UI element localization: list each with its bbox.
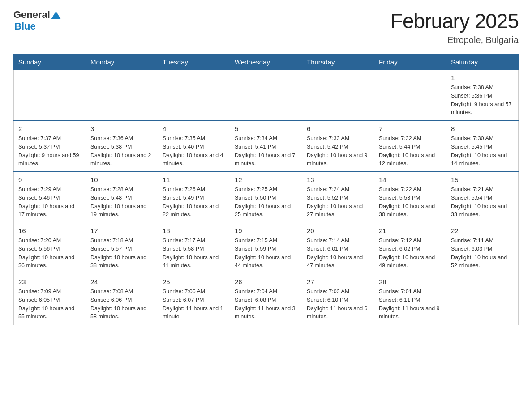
day-number: 24 bbox=[90, 278, 153, 286]
day-number: 7 bbox=[379, 125, 442, 133]
calendar-cell bbox=[446, 274, 519, 325]
day-number: 10 bbox=[90, 176, 153, 184]
svg-marker-0 bbox=[51, 11, 61, 19]
calendar-cell bbox=[14, 70, 86, 121]
calendar-cell: 20Sunrise: 7:14 AM Sunset: 6:01 PM Dayli… bbox=[302, 223, 374, 274]
day-info: Sunrise: 7:18 AM Sunset: 5:57 PM Dayligh… bbox=[90, 236, 153, 270]
day-number: 6 bbox=[307, 125, 369, 133]
day-info: Sunrise: 7:04 AM Sunset: 6:08 PM Dayligh… bbox=[235, 287, 297, 321]
day-info: Sunrise: 7:01 AM Sunset: 6:11 PM Dayligh… bbox=[379, 287, 442, 321]
logo-text-general: General bbox=[13, 9, 50, 21]
day-info: Sunrise: 7:33 AM Sunset: 5:42 PM Dayligh… bbox=[307, 134, 369, 168]
header-friday: Friday bbox=[374, 55, 446, 70]
day-info: Sunrise: 7:35 AM Sunset: 5:40 PM Dayligh… bbox=[163, 134, 225, 168]
day-number: 19 bbox=[235, 227, 297, 235]
calendar-week-row: 16Sunrise: 7:20 AM Sunset: 5:56 PM Dayli… bbox=[14, 223, 519, 274]
day-info: Sunrise: 7:37 AM Sunset: 5:37 PM Dayligh… bbox=[18, 134, 81, 168]
header-wednesday: Wednesday bbox=[230, 55, 302, 70]
day-info: Sunrise: 7:20 AM Sunset: 5:56 PM Dayligh… bbox=[18, 236, 81, 270]
calendar-cell bbox=[302, 70, 374, 121]
calendar-cell: 16Sunrise: 7:20 AM Sunset: 5:56 PM Dayli… bbox=[14, 223, 86, 274]
logo-text-blue: Blue bbox=[14, 21, 36, 32]
calendar-cell: 25Sunrise: 7:06 AM Sunset: 6:07 PM Dayli… bbox=[158, 274, 230, 325]
day-number: 21 bbox=[379, 227, 442, 235]
calendar-cell: 18Sunrise: 7:17 AM Sunset: 5:58 PM Dayli… bbox=[158, 223, 230, 274]
day-info: Sunrise: 7:25 AM Sunset: 5:50 PM Dayligh… bbox=[235, 185, 297, 219]
calendar-cell: 21Sunrise: 7:12 AM Sunset: 6:02 PM Dayli… bbox=[374, 223, 446, 274]
day-info: Sunrise: 7:34 AM Sunset: 5:41 PM Dayligh… bbox=[235, 134, 297, 168]
day-info: Sunrise: 7:12 AM Sunset: 6:02 PM Dayligh… bbox=[379, 236, 442, 270]
calendar-header-row: Sunday Monday Tuesday Wednesday Thursday… bbox=[14, 55, 519, 70]
day-number: 26 bbox=[235, 278, 297, 286]
location-title: Etropole, Bulgaria bbox=[390, 35, 519, 45]
day-info: Sunrise: 7:11 AM Sunset: 6:03 PM Dayligh… bbox=[451, 236, 514, 270]
day-info: Sunrise: 7:30 AM Sunset: 5:45 PM Dayligh… bbox=[451, 134, 514, 168]
title-block: February 2025 Etropole, Bulgaria bbox=[390, 9, 519, 45]
calendar-cell: 7Sunrise: 7:32 AM Sunset: 5:44 PM Daylig… bbox=[374, 121, 446, 172]
header-saturday: Saturday bbox=[446, 55, 519, 70]
day-info: Sunrise: 7:38 AM Sunset: 5:36 PM Dayligh… bbox=[451, 83, 514, 117]
day-info: Sunrise: 7:24 AM Sunset: 5:52 PM Dayligh… bbox=[307, 185, 369, 219]
calendar-table: Sunday Monday Tuesday Wednesday Thursday… bbox=[13, 54, 519, 325]
calendar-week-row: 23Sunrise: 7:09 AM Sunset: 6:05 PM Dayli… bbox=[14, 274, 519, 325]
day-number: 13 bbox=[307, 176, 369, 184]
calendar-cell: 8Sunrise: 7:30 AM Sunset: 5:45 PM Daylig… bbox=[446, 121, 519, 172]
day-number: 4 bbox=[163, 125, 225, 133]
day-info: Sunrise: 7:29 AM Sunset: 5:46 PM Dayligh… bbox=[18, 185, 81, 219]
header-tuesday: Tuesday bbox=[158, 55, 230, 70]
day-info: Sunrise: 7:08 AM Sunset: 6:06 PM Dayligh… bbox=[90, 287, 153, 321]
calendar-cell: 11Sunrise: 7:26 AM Sunset: 5:49 PM Dayli… bbox=[158, 172, 230, 223]
day-number: 22 bbox=[451, 227, 514, 235]
header-monday: Monday bbox=[86, 55, 158, 70]
day-number: 27 bbox=[307, 278, 369, 286]
day-info: Sunrise: 7:28 AM Sunset: 5:48 PM Dayligh… bbox=[90, 185, 153, 219]
calendar-cell: 4Sunrise: 7:35 AM Sunset: 5:40 PM Daylig… bbox=[158, 121, 230, 172]
calendar-cell bbox=[158, 70, 230, 121]
day-number: 1 bbox=[451, 74, 514, 81]
day-info: Sunrise: 7:26 AM Sunset: 5:49 PM Dayligh… bbox=[163, 185, 225, 219]
calendar-cell: 19Sunrise: 7:15 AM Sunset: 5:59 PM Dayli… bbox=[230, 223, 302, 274]
day-number: 15 bbox=[451, 176, 514, 184]
day-info: Sunrise: 7:06 AM Sunset: 6:07 PM Dayligh… bbox=[163, 287, 225, 321]
calendar-cell: 26Sunrise: 7:04 AM Sunset: 6:08 PM Dayli… bbox=[230, 274, 302, 325]
calendar-cell: 1Sunrise: 7:38 AM Sunset: 5:36 PM Daylig… bbox=[446, 70, 519, 121]
calendar-cell: 3Sunrise: 7:36 AM Sunset: 5:38 PM Daylig… bbox=[86, 121, 158, 172]
calendar-cell: 9Sunrise: 7:29 AM Sunset: 5:46 PM Daylig… bbox=[14, 172, 86, 223]
day-number: 5 bbox=[235, 125, 297, 133]
day-number: 9 bbox=[18, 176, 81, 184]
calendar-week-row: 9Sunrise: 7:29 AM Sunset: 5:46 PM Daylig… bbox=[14, 172, 519, 223]
calendar-cell bbox=[374, 70, 446, 121]
calendar-cell: 14Sunrise: 7:22 AM Sunset: 5:53 PM Dayli… bbox=[374, 172, 446, 223]
day-number: 17 bbox=[90, 227, 153, 235]
day-number: 20 bbox=[307, 227, 369, 235]
calendar-cell: 24Sunrise: 7:08 AM Sunset: 6:06 PM Dayli… bbox=[86, 274, 158, 325]
day-number: 3 bbox=[90, 125, 153, 133]
day-number: 14 bbox=[379, 176, 442, 184]
calendar-cell bbox=[230, 70, 302, 121]
calendar-cell: 10Sunrise: 7:28 AM Sunset: 5:48 PM Dayli… bbox=[86, 172, 158, 223]
day-number: 25 bbox=[163, 278, 225, 286]
header-thursday: Thursday bbox=[302, 55, 374, 70]
day-info: Sunrise: 7:22 AM Sunset: 5:53 PM Dayligh… bbox=[379, 185, 442, 219]
calendar-week-row: 1Sunrise: 7:38 AM Sunset: 5:36 PM Daylig… bbox=[14, 70, 519, 121]
day-info: Sunrise: 7:36 AM Sunset: 5:38 PM Dayligh… bbox=[90, 134, 153, 168]
day-info: Sunrise: 7:03 AM Sunset: 6:10 PM Dayligh… bbox=[307, 287, 369, 321]
month-title: February 2025 bbox=[390, 9, 519, 33]
day-number: 23 bbox=[18, 278, 81, 286]
page-header: General Blue February 2025 Etropole, Bul… bbox=[13, 9, 519, 45]
day-number: 2 bbox=[18, 125, 81, 133]
day-number: 8 bbox=[451, 125, 514, 133]
calendar-cell bbox=[86, 70, 158, 121]
day-info: Sunrise: 7:14 AM Sunset: 6:01 PM Dayligh… bbox=[307, 236, 369, 270]
day-info: Sunrise: 7:32 AM Sunset: 5:44 PM Dayligh… bbox=[379, 134, 442, 168]
day-number: 18 bbox=[163, 227, 225, 235]
day-number: 28 bbox=[379, 278, 442, 286]
calendar-cell: 6Sunrise: 7:33 AM Sunset: 5:42 PM Daylig… bbox=[302, 121, 374, 172]
day-info: Sunrise: 7:09 AM Sunset: 6:05 PM Dayligh… bbox=[18, 287, 81, 321]
logo: General Blue bbox=[13, 9, 61, 32]
calendar-cell: 17Sunrise: 7:18 AM Sunset: 5:57 PM Dayli… bbox=[86, 223, 158, 274]
calendar-cell: 28Sunrise: 7:01 AM Sunset: 6:11 PM Dayli… bbox=[374, 274, 446, 325]
calendar-cell: 23Sunrise: 7:09 AM Sunset: 6:05 PM Dayli… bbox=[14, 274, 86, 325]
day-info: Sunrise: 7:21 AM Sunset: 5:54 PM Dayligh… bbox=[451, 185, 514, 219]
calendar-cell: 12Sunrise: 7:25 AM Sunset: 5:50 PM Dayli… bbox=[230, 172, 302, 223]
